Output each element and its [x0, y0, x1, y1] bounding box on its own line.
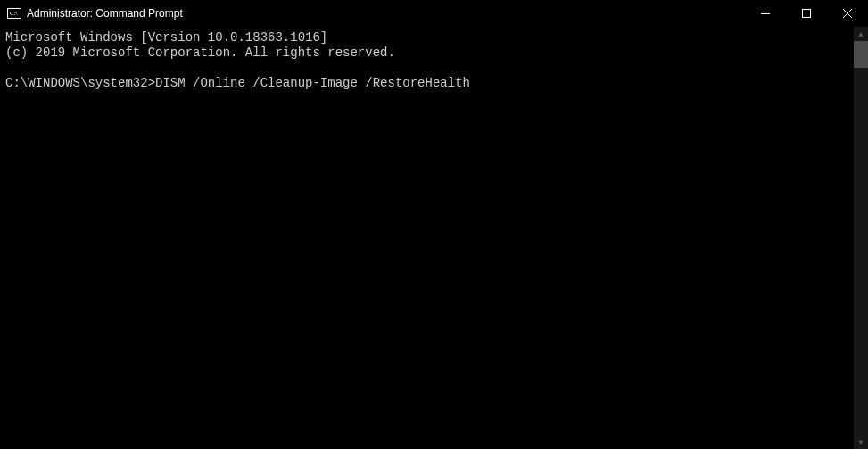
- scroll-thumb[interactable]: [854, 41, 868, 68]
- command-input: DISM /Online /Cleanup-Image /RestoreHeal…: [155, 76, 470, 90]
- output-line-1: Microsoft Windows [Version 10.0.18363.10…: [5, 30, 327, 45]
- vertical-scrollbar[interactable]: ▲ ▼: [854, 27, 868, 449]
- close-button[interactable]: [827, 0, 868, 27]
- scroll-down-arrow-icon[interactable]: ▼: [854, 435, 868, 449]
- terminal-area: Microsoft Windows [Version 10.0.18363.10…: [0, 27, 868, 449]
- output-line-2: (c) 2019 Microsoft Corporation. All righ…: [5, 46, 395, 60]
- svg-text:C:\: C:\: [10, 10, 18, 17]
- minimize-icon: [761, 13, 770, 14]
- window-titlebar: C:\ Administrator: Command Prompt: [0, 0, 868, 27]
- prompt-path: C:\WINDOWS\system32>: [5, 76, 155, 90]
- cmd-icon: C:\: [7, 6, 21, 21]
- minimize-button[interactable]: [745, 0, 786, 27]
- maximize-button[interactable]: [786, 0, 827, 27]
- prompt-line: C:\WINDOWS\system32>DISM /Online /Cleanu…: [5, 76, 470, 90]
- scroll-up-arrow-icon[interactable]: ▲: [854, 27, 868, 41]
- window-title: Administrator: Command Prompt: [27, 7, 183, 20]
- scroll-track[interactable]: [854, 41, 868, 435]
- terminal-content[interactable]: Microsoft Windows [Version 10.0.18363.10…: [0, 27, 854, 449]
- window-controls: [745, 0, 868, 27]
- close-icon: [843, 9, 852, 18]
- maximize-icon: [802, 9, 811, 18]
- titlebar-left: C:\ Administrator: Command Prompt: [7, 6, 183, 21]
